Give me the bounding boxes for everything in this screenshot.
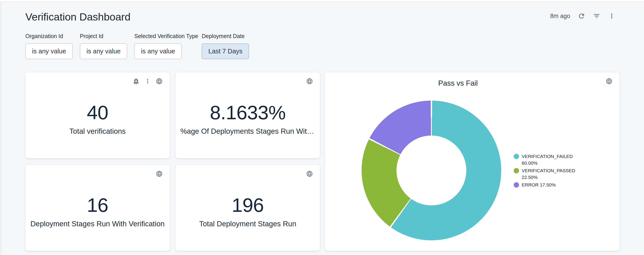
window-top-edge (0, 0, 644, 2)
chart-legend: VERIFICATION_FAILED 60.00% VERIFICATION_… (514, 153, 580, 189)
legend-label: ERROR 17.50% (522, 182, 578, 188)
globe-icon[interactable] (306, 170, 313, 177)
window-left-edge (0, 2, 2, 255)
tile-pct-deployment-stages-with-verification: 8.1633% %age Of Deployments Stages Run W… (176, 72, 320, 158)
tile-deployment-stages-run-with-verification: 16 Deployment Stages Run With Verificati… (25, 165, 170, 251)
filter-label: Organization Id (25, 33, 73, 39)
legend-item-error[interactable]: ERROR 17.50% (514, 182, 580, 188)
tile-label: Deployment Stages Run With Verification (30, 220, 165, 228)
globe-icon[interactable] (156, 78, 163, 85)
last-refresh-timestamp: 8m ago (550, 13, 570, 20)
tile-total-verifications: 40 Total verifications (25, 72, 170, 158)
globe-icon[interactable] (606, 78, 613, 85)
filter-value-button[interactable]: is any value (25, 43, 73, 59)
add-alert-icon[interactable] (132, 78, 140, 85)
tile-total-deployment-stages-run: 196 Total Deployment Stages Run (176, 165, 320, 251)
chart-title: Pass vs Fail (325, 79, 591, 87)
globe-icon[interactable] (156, 170, 163, 177)
refresh-icon[interactable] (578, 12, 585, 20)
globe-icon[interactable] (306, 78, 313, 85)
dashboard-header-actions: 8m ago (550, 12, 616, 20)
tile-label: Total Deployment Stages Run (180, 220, 315, 228)
legend-label: VERIFICATION_PASSED 22.50% (522, 167, 578, 181)
donut-chart[interactable] (362, 101, 501, 240)
filter-label: Deployment Date (202, 33, 249, 39)
tile-more-vert-icon[interactable] (144, 78, 151, 85)
filter-deployment-date: Deployment Date Last 7 Days (202, 33, 249, 59)
legend-item-verification-failed[interactable]: VERIFICATION_FAILED 60.00% (514, 153, 580, 166)
filter-label: Project Id (80, 33, 127, 39)
legend-dot (514, 168, 519, 173)
tile-value: 8.1633% (176, 101, 320, 124)
filter-value-button[interactable]: Last 7 Days (202, 43, 249, 59)
tile-value: 16 (25, 194, 170, 216)
tile-value: 196 (176, 194, 320, 216)
legend-dot (514, 154, 519, 159)
dashboard-filters-icon[interactable] (593, 12, 600, 20)
legend-dot (514, 182, 519, 188)
filter-value-button[interactable]: is any value (134, 43, 182, 59)
filter-label: Selected Verification Type (134, 33, 198, 39)
tile-label: Total verifications (30, 127, 165, 136)
filter-organization-id: Organization Id is any value (25, 33, 73, 59)
filter-project-id: Project Id is any value (80, 33, 127, 59)
legend-label: VERIFICATION_FAILED 60.00% (522, 153, 578, 166)
more-vert-icon[interactable] (608, 12, 616, 20)
filter-selected-verification-type: Selected Verification Type is any value (134, 33, 198, 59)
filter-value-button[interactable]: is any value (80, 43, 127, 59)
page-title: Verification Dashboard (25, 11, 130, 23)
tile-label: %age Of Deployments Stages Run With V… (180, 127, 315, 136)
legend-item-verification-passed[interactable]: VERIFICATION_PASSED 22.50% (514, 167, 580, 181)
chart-pass-vs-fail: Pass vs Fail VERIFICATION_FAILED 60.00% … (325, 72, 620, 251)
tile-value: 40 (25, 101, 170, 124)
